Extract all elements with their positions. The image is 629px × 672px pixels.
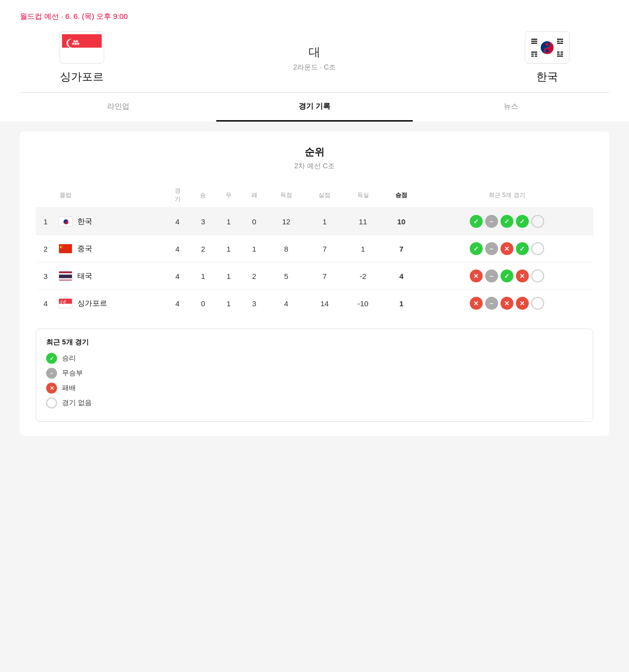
team-cell-name: 태국 xyxy=(77,271,92,281)
legend-item: 경기 없음 xyxy=(46,398,583,408)
legend-label: 패배 xyxy=(62,384,76,393)
team-cell: 중국 xyxy=(56,235,165,263)
goals-for-cell: 5 xyxy=(267,263,305,290)
mini-flag-thailand xyxy=(59,271,72,281)
games-cell: 4 xyxy=(165,263,190,290)
legend-dot-loss: ✕ xyxy=(46,383,57,394)
result-win: ✓ xyxy=(516,215,529,228)
svg-rect-1 xyxy=(62,48,102,61)
games-cell: 4 xyxy=(165,208,190,235)
result-draw: − xyxy=(485,215,498,228)
legend-label: 경기 없음 xyxy=(62,399,92,407)
tab-news[interactable]: 뉴스 xyxy=(413,93,609,122)
result-loss: ✕ xyxy=(516,269,529,282)
result-draw: − xyxy=(485,269,498,282)
result-win: ✓ xyxy=(501,215,513,228)
col-points: 승점 xyxy=(382,183,420,208)
home-flag-box xyxy=(60,31,104,64)
result-win: ✓ xyxy=(470,242,483,255)
rank-cell: 4 xyxy=(36,290,56,317)
goals-for-cell: 8 xyxy=(267,235,305,263)
tab-bar: 라인업 경기 기록 뉴스 xyxy=(20,92,609,122)
table-row: 4 ★ ★ ★ ★ ★ 싱가포르 4 0 1 3 4 14 -10 1 xyxy=(36,290,593,317)
home-team: 싱가포르 xyxy=(60,31,104,84)
table-row: 3 태국 4 1 1 2 5 7 -2 4 ✕−✓✕ xyxy=(36,263,593,290)
wins-cell: 2 xyxy=(190,235,216,263)
svg-rect-40 xyxy=(59,275,72,278)
losses-cell: 3 xyxy=(242,290,267,317)
points-cell: 1 xyxy=(382,290,420,317)
col-rank xyxy=(36,183,56,208)
table-row: 1 한국 4 3 1 0 12 1 11 10 ✓−✓✓ xyxy=(36,208,593,235)
result-loss: ✕ xyxy=(470,297,483,310)
recent-cell: ✕−✕✕ xyxy=(421,290,593,317)
content-area: 순위 2차 예선 C조 클럽 경기 승 무 패 득점 실점 득실 승점 최근 5… xyxy=(0,122,629,446)
vs-text: 대 xyxy=(309,44,320,60)
goal-diff-cell: -10 xyxy=(344,290,382,317)
result-loss: ✕ xyxy=(516,297,529,310)
points-cell: 4 xyxy=(382,263,420,290)
standings-subtitle: 2차 예선 C조 xyxy=(36,162,593,171)
col-goal-diff: 득실 xyxy=(344,183,382,208)
legend-label: 승리 xyxy=(62,354,76,363)
svg-rect-32 xyxy=(59,244,72,254)
recent-cell: ✓−✓✓ xyxy=(421,208,593,235)
match-header: 월드컵 예선 · 6. 6. (목) 오후 9:00 xyxy=(0,0,629,122)
rank-cell: 2 xyxy=(36,235,56,263)
teams-row: 싱가포르 대 2라운드 · C조 xyxy=(20,31,609,84)
rank-cell: 3 xyxy=(36,263,56,290)
col-goals-for: 득점 xyxy=(267,183,305,208)
legend-item: −무승부 xyxy=(46,368,583,379)
standings-table: 클럽 경기 승 무 패 득점 실점 득실 승점 최근 5개 경기 1 xyxy=(36,183,593,317)
svg-rect-41 xyxy=(59,278,72,279)
col-draws: 무 xyxy=(216,183,242,208)
draws-cell: 1 xyxy=(216,263,242,290)
wins-cell: 3 xyxy=(190,208,216,235)
goal-diff-cell: 11 xyxy=(344,208,382,235)
team-cell: 한국 xyxy=(56,208,165,235)
recent-cell: ✓−✕✓ xyxy=(421,235,593,263)
goal-diff-cell: -2 xyxy=(344,263,382,290)
standings-card: 순위 2차 예선 C조 클럽 경기 승 무 패 득점 실점 득실 승점 최근 5… xyxy=(20,132,609,436)
tab-lineup[interactable]: 라인업 xyxy=(20,93,216,122)
col-games: 경기 xyxy=(165,183,190,208)
recent-cell: ✕−✓✕ xyxy=(421,263,593,290)
svg-rect-43 xyxy=(59,304,72,308)
losses-cell: 0 xyxy=(242,208,267,235)
losses-cell: 1 xyxy=(242,235,267,263)
col-goals-against: 실점 xyxy=(306,183,344,208)
result-none xyxy=(531,215,544,228)
result-loss: ✕ xyxy=(501,297,513,310)
result-draw: − xyxy=(485,297,498,310)
draws-cell: 1 xyxy=(216,290,242,317)
draws-cell: 1 xyxy=(216,235,242,263)
losses-cell: 2 xyxy=(242,263,267,290)
table-row: 2 중국 4 2 1 1 8 7 1 7 ✓−✕✓ xyxy=(36,235,593,263)
result-loss: ✕ xyxy=(470,269,483,282)
col-losses: 패 xyxy=(242,183,267,208)
team-cell-name: 한국 xyxy=(77,217,92,226)
home-team-name: 싱가포르 xyxy=(60,69,104,84)
result-loss: ✕ xyxy=(501,242,513,255)
goals-against-cell: 7 xyxy=(306,263,344,290)
points-cell: 10 xyxy=(382,208,420,235)
legend-dot-draw: − xyxy=(46,368,57,379)
result-win: ✓ xyxy=(470,215,483,228)
tab-record[interactable]: 경기 기록 xyxy=(216,93,413,122)
legend-dot-none xyxy=(46,398,57,408)
result-win: ✓ xyxy=(516,242,529,255)
away-flag-box xyxy=(525,31,569,64)
korea-flag xyxy=(527,34,567,61)
singapore-flag xyxy=(62,34,102,61)
legend-item: ✓승리 xyxy=(46,353,583,364)
team-cell-name: 싱가포르 xyxy=(77,299,107,308)
vs-column: 대 2라운드 · C조 xyxy=(293,44,336,72)
standings-title: 순위 xyxy=(36,145,593,159)
result-none xyxy=(531,242,544,255)
mini-flag-singapore: ★ ★ ★ ★ ★ xyxy=(59,298,72,308)
games-cell: 4 xyxy=(165,235,190,263)
wins-cell: 0 xyxy=(190,290,216,317)
goal-diff-cell: 1 xyxy=(344,235,382,263)
svg-text:★: ★ xyxy=(64,300,66,302)
goals-against-cell: 14 xyxy=(306,290,344,317)
